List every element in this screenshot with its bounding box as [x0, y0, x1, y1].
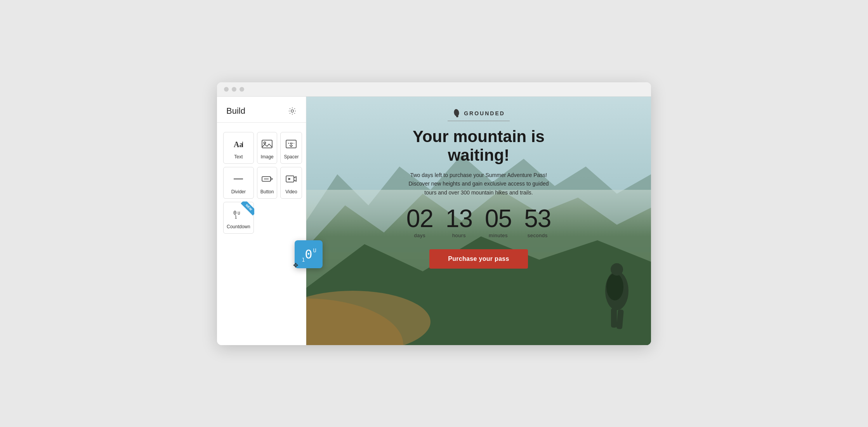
block-label-countdown: Countdown — [227, 224, 250, 229]
hero-content: Your mountain is waiting! Two days left … — [382, 127, 576, 269]
svg-point-29 — [456, 115, 458, 117]
logo-row: GROUNDED — [452, 108, 505, 118]
sidebar-divider — [217, 122, 306, 123]
logo-text: GROUNDED — [464, 110, 505, 116]
browser-window: Build Aa — [217, 82, 651, 345]
sidebar-title: Build — [226, 106, 245, 116]
block-label-text: Text — [234, 154, 243, 160]
block-label-video: Video — [285, 189, 297, 194]
cta-button[interactable]: Purchase your pass — [429, 249, 528, 269]
browser-chrome — [217, 82, 651, 97]
countdown-seconds: 53 seconds — [524, 206, 551, 238]
svg-marker-12 — [288, 178, 291, 180]
svg-point-0 — [291, 109, 293, 112]
block-item-spacer[interactable]: Spacer — [280, 132, 302, 164]
browser-body: Build Aa — [217, 97, 651, 345]
gear-icon[interactable] — [288, 107, 297, 115]
block-label-divider: Divider — [231, 189, 246, 194]
svg-point-23 — [611, 263, 623, 276]
drag-cursor: ✥ — [293, 262, 298, 269]
countdown-seconds-label: seconds — [528, 233, 548, 238]
traffic-light-close — [224, 87, 229, 92]
countdown-hours-value: 13 — [446, 206, 472, 231]
traffic-light-maximize — [240, 87, 244, 92]
countdown-hours-label: hours — [452, 233, 466, 238]
countdown-minutes-value: 05 — [485, 206, 512, 231]
countdown-days-value: 02 — [406, 206, 433, 231]
block-item-countdown[interactable]: 0 U 1 Countdown — [223, 202, 254, 234]
drag-countdown-icon: 0 — [305, 248, 312, 260]
sidebar-header: Build — [217, 97, 306, 122]
block-label-button: Button — [260, 189, 274, 194]
block-item-button[interactable]: Button — [257, 167, 278, 199]
countdown-days-label: days — [414, 233, 425, 238]
svg-rect-3 — [262, 140, 272, 148]
svg-text:Aa: Aa — [234, 140, 243, 149]
block-item-text[interactable]: Aa Text — [223, 132, 254, 164]
traffic-light-minimize — [232, 87, 236, 92]
logo-leaf-icon — [452, 108, 461, 118]
button-icon — [261, 174, 273, 186]
drag-element-countdown: 0 U 1 — [295, 240, 323, 268]
countdown-hours: 13 hours — [446, 206, 472, 238]
block-item-video[interactable]: Video — [280, 167, 302, 199]
logo-underline — [448, 121, 510, 121]
text-icon: Aa — [232, 139, 245, 151]
sidebar-grid: Aa Text Image — [217, 129, 306, 237]
svg-point-22 — [606, 273, 623, 300]
image-icon — [261, 139, 273, 151]
svg-point-28 — [453, 108, 460, 116]
logo-area: GROUNDED — [448, 108, 510, 121]
block-item-image[interactable]: Image — [257, 132, 278, 164]
hero-title: Your mountain is waiting! — [382, 127, 576, 165]
svg-rect-24 — [611, 308, 617, 328]
countdown-minutes-label: minutes — [489, 233, 508, 238]
main-content: GROUNDED Your mountain is waiting! Two d… — [306, 97, 651, 345]
countdown-minutes: 05 minutes — [485, 206, 512, 238]
countdown-days: 02 days — [406, 206, 433, 238]
sidebar: Build Aa — [217, 97, 306, 345]
spacer-icon — [285, 139, 297, 151]
countdown-seconds-value: 53 — [524, 206, 551, 231]
video-icon — [285, 174, 297, 186]
new-badge — [237, 201, 254, 219]
preview-area: GROUNDED Your mountain is waiting! Two d… — [306, 97, 651, 345]
divider-icon — [232, 174, 245, 186]
block-label-image: Image — [260, 154, 273, 160]
block-label-spacer: Spacer — [284, 154, 299, 160]
block-item-divider[interactable]: Divider — [223, 167, 254, 199]
svg-point-4 — [264, 142, 266, 144]
hero-subtitle: Two days left to purchase your Summer Ad… — [405, 171, 552, 197]
countdown-row: 02 days 13 hours 05 minutes 53 — [406, 206, 551, 238]
